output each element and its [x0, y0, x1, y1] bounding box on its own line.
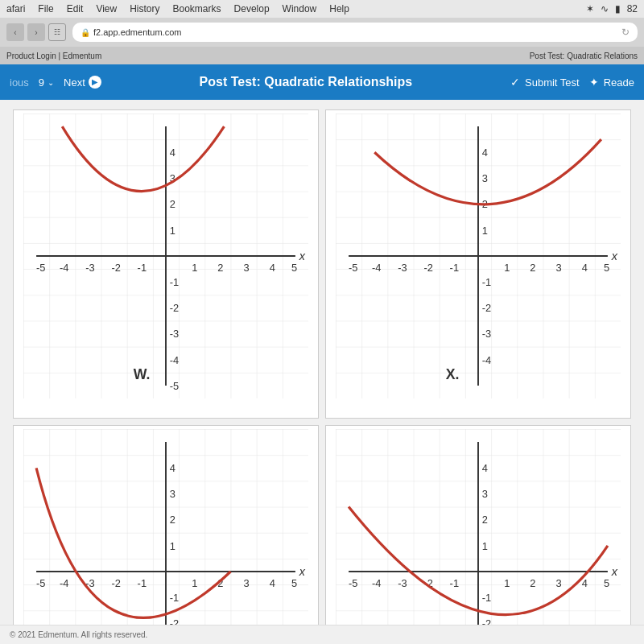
svg-text:X.: X. — [446, 366, 460, 382]
graph-bottom-left-canvas: 1 2 3 4 5 -1 -2 -3 -4 -5 x 1 2 3 4 -1 -2 — [17, 429, 315, 625]
svg-text:3: 3 — [556, 262, 562, 274]
svg-text:-3: -3 — [398, 262, 407, 274]
svg-text:5: 5 — [291, 262, 297, 274]
graph-bottom-right-canvas: 1 2 3 4 5 -1 -2 -3 -4 -5 x 1 2 3 4 -1 -2 — [329, 429, 627, 625]
footer: © 2021 Edmentum. All rights reserved. — [0, 625, 644, 644]
svg-text:3: 3 — [556, 577, 562, 589]
svg-text:-3: -3 — [170, 328, 179, 340]
graph-bottom-right: 1 2 3 4 5 -1 -2 -3 -4 -5 x 1 2 3 4 -1 -2 — [325, 425, 631, 625]
svg-text:4: 4 — [270, 262, 275, 274]
menu-help[interactable]: Help — [329, 3, 349, 14]
svg-text:-5: -5 — [36, 577, 45, 589]
svg-text:-2: -2 — [423, 262, 432, 274]
browser-chrome: ‹ › ☷ 🔒 f2.app.edmentum.com ↻ — [0, 18, 644, 47]
svg-text:-3: -3 — [398, 577, 407, 589]
svg-text:x: x — [299, 250, 306, 262]
svg-text:-5: -5 — [36, 262, 45, 274]
svg-text:3: 3 — [244, 262, 250, 274]
svg-text:-4: -4 — [482, 354, 491, 366]
menu-window[interactable]: Window — [283, 3, 317, 14]
svg-text:4: 4 — [170, 462, 175, 474]
mac-menu-bar: afari File Edit View History Bookmarks D… — [0, 0, 644, 18]
svg-text:-1: -1 — [450, 262, 459, 274]
svg-text:-4: -4 — [372, 577, 381, 589]
svg-text:x: x — [611, 565, 618, 578]
svg-text:-1: -1 — [170, 592, 179, 604]
mac-menus: afari File Edit View History Bookmarks D… — [6, 3, 349, 14]
svg-text:-3: -3 — [85, 262, 94, 274]
tab-left[interactable]: Product Login | Edmentum — [6, 52, 101, 60]
svg-text:5: 5 — [604, 577, 609, 589]
svg-text:x: x — [611, 250, 618, 262]
submit-test-button[interactable]: ✓ Submit Test — [510, 76, 580, 89]
url-text: f2.app.edmentum.com — [93, 27, 181, 37]
main-content: 1 2 3 4 5 -1 -2 -3 -4 -5 x 1 2 3 4 — [0, 100, 644, 625]
bluetooth-icon: ✶ — [586, 3, 594, 14]
svg-text:-2: -2 — [170, 617, 179, 625]
next-button[interactable]: Next ▶ — [64, 76, 101, 89]
previous-button[interactable]: ious — [10, 76, 29, 89]
graph-w-canvas: 1 2 3 4 5 -1 -2 -3 -4 -5 x 1 2 3 4 — [17, 114, 315, 398]
wifi-icon: ∿ — [601, 3, 609, 14]
svg-text:1: 1 — [170, 540, 175, 552]
svg-text:-2: -2 — [170, 302, 179, 314]
svg-text:1: 1 — [504, 262, 510, 274]
forward-button[interactable]: › — [27, 23, 45, 41]
svg-text:1: 1 — [482, 540, 488, 552]
svg-text:-1: -1 — [450, 577, 459, 589]
graph-bottom-right-svg: 1 2 3 4 5 -1 -2 -3 -4 -5 x 1 2 3 4 -1 -2 — [329, 429, 627, 625]
svg-text:-1: -1 — [138, 577, 147, 589]
question-counter: 9 ⌄ — [39, 76, 54, 89]
svg-text:-5: -5 — [170, 380, 179, 392]
reader-button[interactable]: ✦ Reade — [589, 76, 634, 89]
svg-text:2: 2 — [217, 262, 223, 274]
question-number: 9 — [39, 76, 44, 89]
submit-label: Submit Test — [525, 76, 580, 89]
app-toolbar: ious 9 ⌄ Next ▶ Post Test: Quadratic Rel… — [0, 64, 644, 100]
back-button[interactable]: ‹ — [6, 23, 24, 41]
svg-text:5: 5 — [291, 577, 297, 589]
next-label: Next — [64, 76, 85, 89]
time-display: 82 — [627, 3, 638, 14]
svg-text:2: 2 — [170, 514, 175, 526]
svg-text:-1: -1 — [170, 276, 179, 288]
tab-right[interactable]: Post Test: Quadratic Relations — [530, 52, 638, 60]
svg-text:2: 2 — [530, 577, 535, 589]
menu-history[interactable]: History — [130, 3, 159, 14]
tab-grid-button[interactable]: ☷ — [48, 23, 66, 41]
menu-bookmarks[interactable]: Bookmarks — [173, 3, 221, 14]
svg-text:4: 4 — [170, 147, 175, 159]
reload-icon[interactable]: ↻ — [621, 27, 630, 38]
graph-x: 1 2 3 4 5 -1 -2 -3 -4 -5 x 1 2 3 4 -1 -2 — [325, 109, 631, 419]
menu-develop[interactable]: Develop — [234, 3, 270, 14]
menu-edit[interactable]: Edit — [67, 3, 84, 14]
battery-icon: ▮ — [615, 3, 621, 14]
dropdown-icon[interactable]: ⌄ — [47, 78, 54, 87]
graphs-container: 1 2 3 4 5 -1 -2 -3 -4 -5 x 1 2 3 4 — [13, 109, 631, 615]
svg-text:-1: -1 — [482, 276, 491, 288]
menu-view[interactable]: View — [96, 3, 117, 14]
svg-text:3: 3 — [170, 488, 175, 500]
svg-text:1: 1 — [192, 577, 197, 589]
svg-text:-2: -2 — [482, 302, 491, 314]
tab-bar: Product Login | Edmentum Post Test: Quad… — [0, 47, 644, 64]
graph-x-canvas: 1 2 3 4 5 -1 -2 -3 -4 -5 x 1 2 3 4 -1 -2 — [329, 114, 627, 398]
graph-w: 1 2 3 4 5 -1 -2 -3 -4 -5 x 1 2 3 4 — [13, 109, 319, 419]
svg-text:-5: -5 — [349, 262, 357, 274]
address-bar[interactable]: 🔒 f2.app.edmentum.com ↻ — [72, 23, 638, 42]
svg-text:4: 4 — [482, 462, 488, 474]
graph-x-svg: 1 2 3 4 5 -1 -2 -3 -4 -5 x 1 2 3 4 -1 -2 — [329, 114, 627, 398]
nav-buttons: ‹ › ☷ — [6, 23, 66, 41]
mac-status-icons: ✶ ∿ ▮ 82 — [586, 3, 638, 14]
menu-file[interactable]: File — [38, 3, 53, 14]
svg-text:-4: -4 — [60, 577, 68, 589]
svg-text:-5: -5 — [349, 577, 357, 589]
menu-safari[interactable]: afari — [6, 3, 25, 14]
svg-text:-4: -4 — [372, 262, 381, 274]
svg-text:4: 4 — [582, 577, 588, 589]
graph-bottom-left: 1 2 3 4 5 -1 -2 -3 -4 -5 x 1 2 3 4 -1 -2 — [13, 425, 319, 625]
svg-text:-1: -1 — [138, 262, 147, 274]
svg-text:4: 4 — [270, 577, 275, 589]
svg-text:3: 3 — [244, 577, 250, 589]
svg-text:3: 3 — [482, 488, 488, 500]
